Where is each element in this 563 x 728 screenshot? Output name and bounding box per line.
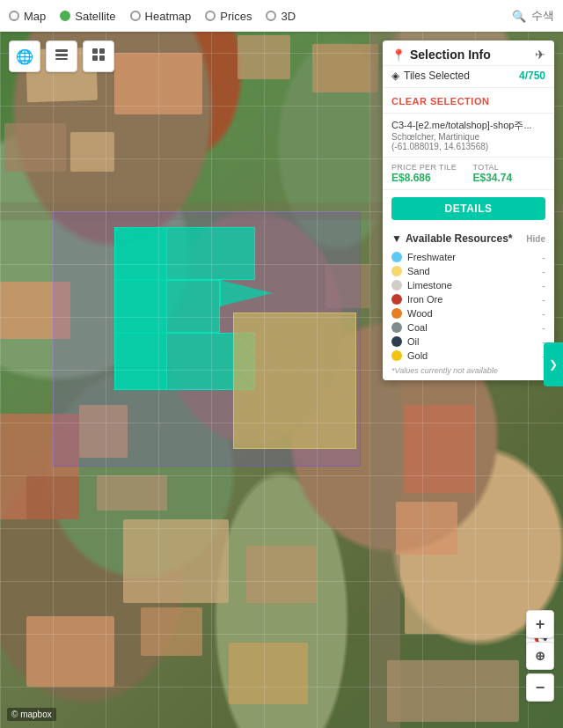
price-per-tile-value: E$8.686 [391, 172, 464, 184]
grid-tool-button[interactable] [83, 40, 114, 72]
resource-name: Sand [407, 266, 430, 276]
location-sub: Schœlcher, Martinique [391, 132, 545, 142]
clear-section: CLEAR SELECTION [383, 88, 554, 114]
panel-title: Selection Info [410, 48, 491, 62]
prices-label: Prices [220, 10, 252, 23]
hide-link[interactable]: Hide [526, 234, 545, 244]
building [97, 475, 167, 511]
resource-left: Wood [391, 308, 433, 319]
resource-name: Iron Ore [407, 294, 442, 305]
nav-heatmap[interactable]: Heatmap [130, 10, 192, 23]
resources-header[interactable]: ▼ Available Resources* Hide [391, 232, 545, 245]
layers-tool-button[interactable] [46, 40, 77, 72]
map-label: Map [24, 10, 46, 23]
satellite-radio [60, 11, 70, 21]
building [387, 660, 519, 722]
total-label: TOTAL [473, 163, 546, 172]
location-pin-icon: 📍 [391, 48, 406, 62]
resource-name: Wood [407, 308, 433, 319]
resource-value: - [542, 294, 545, 305]
resource-value: - [542, 322, 545, 333]
nav-3d[interactable]: 3D [266, 10, 296, 23]
resource-left: Limestone [391, 280, 452, 290]
building [26, 475, 79, 519]
price-per-tile-label: PRICE PER TILE [391, 163, 464, 172]
resource-dot [391, 280, 402, 290]
building [141, 607, 202, 656]
resource-left: Freshwater [391, 252, 456, 262]
search-icon: 🔍 [512, 10, 526, 23]
layers-icon-small: ◈ [391, 70, 399, 82]
resources-section: ▼ Available Resources* Hide Freshwater -… [383, 227, 554, 380]
total-value: E$34.74 [473, 172, 546, 184]
selected-tile[interactable] [114, 227, 167, 390]
building [114, 53, 202, 114]
details-button[interactable]: DETAILS [391, 197, 545, 220]
nav-prices[interactable]: Prices [205, 10, 252, 23]
map-radio [9, 11, 19, 21]
prices-radio [205, 11, 216, 21]
resource-row: Freshwater - [391, 250, 545, 264]
resources-title: Available Resources* [406, 232, 513, 245]
tiles-selected-label: Tiles Selected [404, 70, 470, 82]
resource-value: - [542, 280, 545, 290]
heatmap-radio [130, 11, 141, 21]
building [405, 563, 510, 634]
resource-row: Limestone - [391, 278, 545, 292]
building [70, 132, 114, 172]
resource-dot [391, 350, 402, 361]
panel-toggle-button[interactable]: ❯ [544, 342, 563, 386]
resource-dot [391, 322, 402, 333]
building [405, 405, 475, 493]
resource-row: Oil - [391, 335, 545, 349]
resource-left: Oil [391, 336, 419, 347]
resource-left: Iron Ore [391, 294, 442, 305]
nav-satellite[interactable]: Satellite [60, 10, 115, 23]
fly-icon[interactable]: ✈ [535, 48, 545, 62]
resources-note: *Values currently not available [391, 366, 545, 375]
resource-name: Limestone [407, 280, 452, 290]
3d-radio [266, 11, 276, 21]
tiles-label-area: ◈ Tiles Selected [391, 70, 470, 82]
svg-rect-5 [92, 55, 98, 61]
zoom-in-button[interactable]: + [526, 610, 554, 638]
left-toolbar: 🌐 [9, 40, 114, 72]
svg-rect-3 [92, 48, 98, 54]
globe-tool-button[interactable]: 🌐 [9, 40, 40, 72]
building [246, 546, 317, 603]
location-name: C3-4-[e2.me/totalshop]-shop주... [391, 119, 545, 132]
person-icon: ⊕ [535, 649, 545, 663]
tiles-row: ◈ Tiles Selected 4/750 [383, 66, 554, 88]
selection-panel: 📍 Selection Info ✈ ◈ Tiles Selected 4/75… [383, 40, 554, 380]
building [229, 643, 308, 704]
resource-left: Gold [391, 350, 428, 361]
resource-dot [391, 336, 402, 347]
clear-selection-button[interactable]: CLEAR SELECTION [391, 96, 489, 107]
price-section: PRICE PER TILE E$8.686 TOTAL E$34.74 [383, 158, 554, 190]
zoom-out-button[interactable]: − [526, 673, 554, 702]
nav-map[interactable]: Map [9, 10, 46, 23]
svg-rect-1 [55, 54, 68, 56]
resource-name: Oil [407, 336, 419, 347]
resource-name: Gold [407, 350, 428, 361]
resource-dot [391, 294, 402, 305]
resource-name: Freshwater [407, 252, 456, 262]
resource-row: Wood - [391, 306, 545, 320]
resource-dot [391, 252, 402, 262]
locate-button[interactable]: ⊕ [526, 642, 554, 670]
chevron-right-icon: ❯ [549, 358, 558, 371]
search-area[interactable]: 🔍 수색 [512, 8, 554, 24]
resource-value: - [542, 266, 545, 276]
resource-dot [391, 266, 402, 276]
layers-icon [54, 47, 69, 66]
resource-row: Gold - [391, 349, 545, 363]
3d-label: 3D [281, 10, 296, 23]
heatmap-label: Heatmap [145, 10, 192, 23]
selected-tile-sandy[interactable] [233, 313, 356, 449]
building [396, 502, 457, 555]
building [4, 123, 66, 172]
resource-dot [391, 308, 402, 319]
building [26, 616, 114, 687]
resource-row: Iron Ore - [391, 292, 545, 306]
resource-left: Sand [391, 266, 430, 276]
